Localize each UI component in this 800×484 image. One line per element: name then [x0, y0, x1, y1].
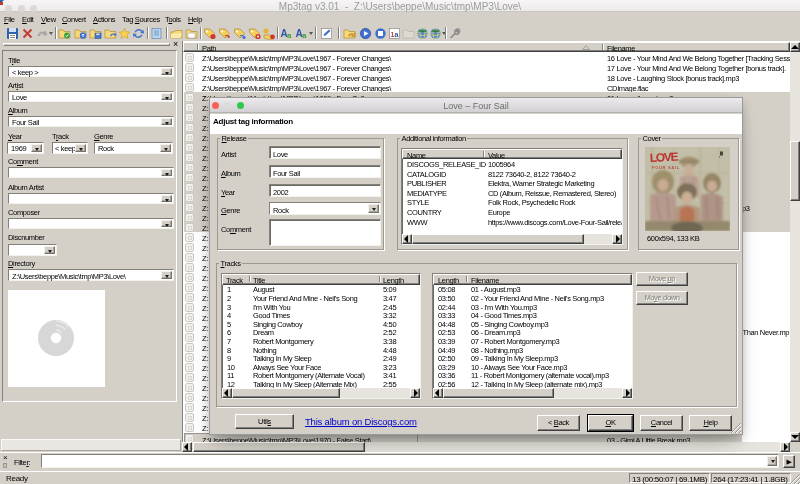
svg-text:a: a — [287, 31, 292, 40]
svg-text:FOUR SAIL: FOUR SAIL — [652, 165, 680, 170]
svg-text:LOVE: LOVE — [649, 150, 678, 165]
svg-text:a: a — [395, 31, 399, 38]
svg-text:a: a — [302, 31, 307, 40]
